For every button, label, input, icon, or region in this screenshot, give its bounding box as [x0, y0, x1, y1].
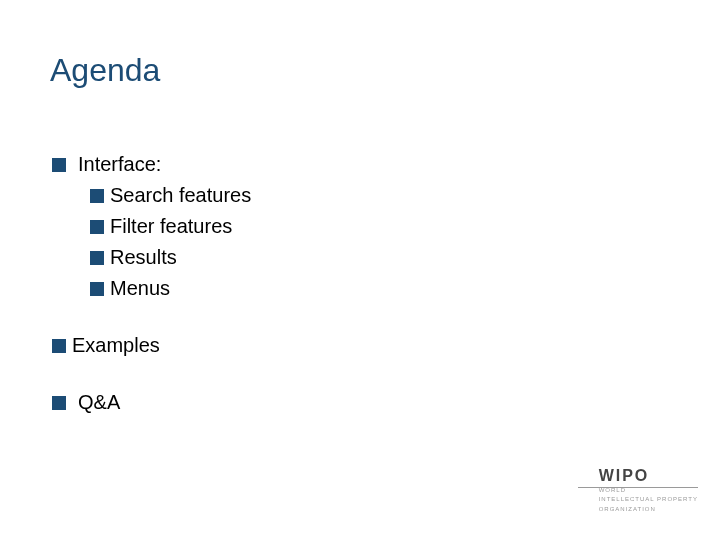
spacer	[52, 362, 251, 388]
list-item-label: Results	[110, 243, 177, 272]
square-bullet-icon	[90, 251, 104, 265]
slide: Agenda Interface: Search features Filter…	[0, 0, 720, 540]
wipo-sub1: WORLD	[599, 487, 698, 495]
list-item-label: Interface:	[78, 150, 161, 179]
list-item-label: Search features	[110, 181, 251, 210]
spacer	[52, 305, 251, 331]
square-bullet-icon	[52, 339, 66, 353]
list-item-label: Menus	[110, 274, 170, 303]
wipo-brand: WIPO	[599, 467, 698, 485]
list-item-results: Results	[90, 243, 251, 272]
wipo-sub3: ORGANIZATION	[599, 506, 698, 514]
list-item-search: Search features	[90, 181, 251, 210]
agenda-list: Interface: Search features Filter featur…	[52, 150, 251, 419]
wipo-logo: WIPO WORLD INTELLECTUAL PROPERTY ORGANIZ…	[599, 467, 698, 514]
list-item-interface: Interface:	[52, 150, 251, 179]
slide-title: Agenda	[50, 52, 160, 89]
list-item-examples: Examples	[52, 331, 251, 360]
square-bullet-icon	[90, 189, 104, 203]
wipo-sub2: INTELLECTUAL PROPERTY	[599, 496, 698, 504]
list-item-label: Examples	[72, 331, 160, 360]
square-bullet-icon	[52, 158, 66, 172]
list-item-label: Filter features	[110, 212, 232, 241]
square-bullet-icon	[90, 282, 104, 296]
square-bullet-icon	[90, 220, 104, 234]
list-item-filter: Filter features	[90, 212, 251, 241]
list-item-label: Q&A	[78, 388, 120, 417]
square-bullet-icon	[52, 396, 66, 410]
list-item-qa: Q&A	[52, 388, 251, 417]
list-item-menus: Menus	[90, 274, 251, 303]
